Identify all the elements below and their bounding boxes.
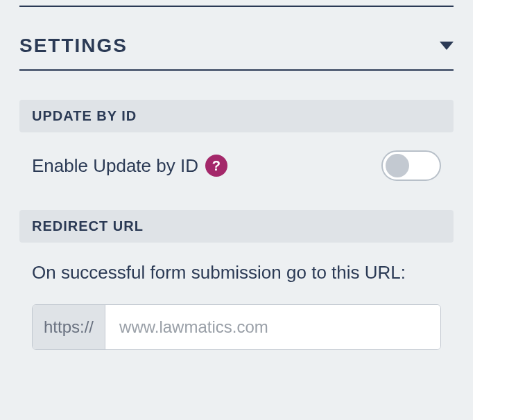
enable-update-by-id-label: Enable Update by ID: [32, 155, 198, 177]
help-icon[interactable]: ?: [205, 155, 227, 177]
settings-accordion-header[interactable]: SETTINGS: [19, 35, 454, 71]
redirect-url-section: REDIRECT URL On successful form submissi…: [19, 210, 454, 350]
enable-update-by-id-label-group: Enable Update by ID ?: [32, 155, 227, 177]
settings-panel: SETTINGS UPDATE BY ID Enable Update by I…: [0, 0, 473, 420]
redirect-url-input[interactable]: [105, 305, 440, 349]
update-by-id-section-title: UPDATE BY ID: [19, 100, 454, 132]
caret-down-icon: [440, 42, 454, 50]
redirect-url-description: On successful form submission go to this…: [19, 262, 454, 283]
redirect-url-input-group: https://: [32, 304, 441, 350]
redirect-url-section-title: REDIRECT URL: [19, 210, 454, 243]
settings-title: SETTINGS: [19, 35, 128, 57]
update-by-id-section: UPDATE BY ID Enable Update by ID ?: [19, 100, 454, 181]
url-scheme-prefix: https://: [33, 305, 105, 349]
enable-update-by-id-toggle[interactable]: [381, 150, 441, 181]
divider: [19, 6, 454, 7]
toggle-knob: [386, 154, 409, 177]
enable-update-by-id-row: Enable Update by ID ?: [19, 132, 454, 181]
